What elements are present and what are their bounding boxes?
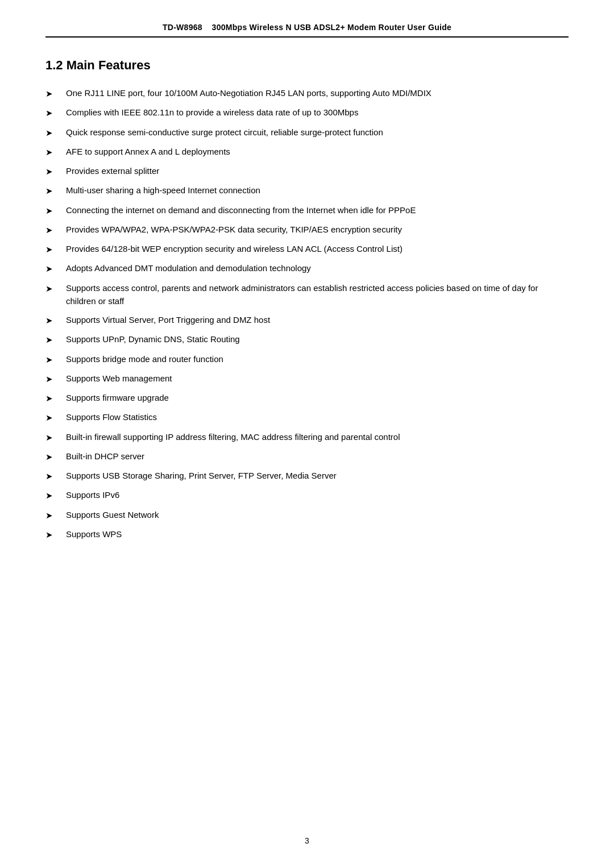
arrow-icon: ➤ xyxy=(45,243,61,256)
feature-text-18: Built-in firewall supporting IP address … xyxy=(66,430,569,443)
feature-text-10: Adopts Advanced DMT modulation and demod… xyxy=(66,261,569,275)
feature-text-20: Supports USB Storage Sharing, Print Serv… xyxy=(66,469,569,482)
header-model: TD-W8968 xyxy=(163,23,202,32)
arrow-icon: ➤ xyxy=(45,372,61,385)
arrow-icon: ➤ xyxy=(45,509,61,522)
feature-text-8: Provides WPA/WPA2, WPA-PSK/WPA2-PSK data… xyxy=(66,223,569,236)
list-item: ➤Provides external splitter xyxy=(45,164,569,178)
list-item: ➤Supports bridge mode and router functio… xyxy=(45,352,569,366)
feature-text-17: Supports Flow Statistics xyxy=(66,410,569,423)
arrow-icon: ➤ xyxy=(45,489,61,502)
list-item: ➤One RJ11 LINE port, four 10/100M Auto-N… xyxy=(45,86,569,100)
feature-text-12: Supports Virtual Server, Port Triggering… xyxy=(66,313,569,326)
feature-text-13: Supports UPnP, Dynamic DNS, Static Routi… xyxy=(66,333,569,346)
feature-text-2: Complies with IEEE 802.11n to provide a … xyxy=(66,106,569,119)
page-footer: 3 xyxy=(0,836,614,845)
feature-text-3: Quick response semi-conductive surge pro… xyxy=(66,126,569,139)
feature-text-22: Supports Guest Network xyxy=(66,508,569,521)
list-item: ➤Adopts Advanced DMT modulation and demo… xyxy=(45,261,569,275)
page-number: 3 xyxy=(305,836,309,845)
list-item: ➤Supports Guest Network xyxy=(45,508,569,522)
arrow-icon: ➤ xyxy=(45,262,61,275)
arrow-icon: ➤ xyxy=(45,450,61,463)
list-item: ➤Supports WPS xyxy=(45,528,569,541)
list-item: ➤Supports UPnP, Dynamic DNS, Static Rout… xyxy=(45,333,569,346)
list-item: ➤Built-in DHCP server xyxy=(45,450,569,463)
list-item: ➤Supports USB Storage Sharing, Print Ser… xyxy=(45,469,569,483)
feature-text-7: Connecting the internet on demand and di… xyxy=(66,203,569,217)
list-item: ➤Complies with IEEE 802.11n to provide a… xyxy=(45,106,569,119)
arrow-icon: ➤ xyxy=(45,333,61,346)
arrow-icon: ➤ xyxy=(45,223,61,236)
list-item: ➤Multi-user sharing a high-speed Interne… xyxy=(45,184,569,197)
arrow-icon: ➤ xyxy=(45,204,61,217)
list-item: ➤Supports firmware upgrade xyxy=(45,391,569,405)
arrow-icon: ➤ xyxy=(45,411,61,424)
feature-text-21: Supports IPv6 xyxy=(66,488,569,501)
header-title: 300Mbps Wireless N USB ADSL2+ Modem Rout… xyxy=(212,23,451,32)
feature-text-6: Multi-user sharing a high-speed Internet… xyxy=(66,184,569,197)
arrow-icon: ➤ xyxy=(45,431,61,444)
feature-text-11: Supports access control, parents and net… xyxy=(66,281,569,308)
list-item: ➤Quick response semi-conductive surge pr… xyxy=(45,126,569,139)
list-item: ➤Connecting the internet on demand and d… xyxy=(45,203,569,217)
list-item: ➤Built-in firewall supporting IP address… xyxy=(45,430,569,444)
feature-text-14: Supports bridge mode and router function xyxy=(66,352,569,366)
arrow-icon: ➤ xyxy=(45,314,61,327)
arrow-icon: ➤ xyxy=(45,146,61,159)
list-item: ➤Supports access control, parents and ne… xyxy=(45,281,569,308)
arrow-icon: ➤ xyxy=(45,184,61,197)
list-item: ➤Supports Web management xyxy=(45,372,569,385)
page-header: TD-W8968 300Mbps Wireless N USB ADSL2+ M… xyxy=(45,23,569,38)
feature-text-5: Provides external splitter xyxy=(66,164,569,177)
list-item: ➤Supports Virtual Server, Port Triggerin… xyxy=(45,313,569,327)
list-item: ➤Provides 64/128-bit WEP encryption secu… xyxy=(45,242,569,256)
arrow-icon: ➤ xyxy=(45,353,61,366)
arrow-icon: ➤ xyxy=(45,106,61,119)
arrow-icon: ➤ xyxy=(45,528,61,541)
feature-list: ➤One RJ11 LINE port, four 10/100M Auto-N… xyxy=(45,86,569,541)
feature-text-1: One RJ11 LINE port, four 10/100M Auto-Ne… xyxy=(66,86,569,99)
feature-text-9: Provides 64/128-bit WEP encryption secur… xyxy=(66,242,569,255)
page: TD-W8968 300Mbps Wireless N USB ADSL2+ M… xyxy=(0,0,614,868)
header-text: TD-W8968 300Mbps Wireless N USB ADSL2+ M… xyxy=(163,23,451,32)
feature-text-16: Supports firmware upgrade xyxy=(66,391,569,404)
section-heading: 1.2 Main Features xyxy=(45,58,569,73)
feature-text-23: Supports WPS xyxy=(66,528,569,541)
feature-text-4: AFE to support Annex A and L deployments xyxy=(66,145,569,158)
arrow-icon: ➤ xyxy=(45,392,61,405)
list-item: ➤Supports Flow Statistics xyxy=(45,410,569,424)
list-item: ➤Provides WPA/WPA2, WPA-PSK/WPA2-PSK dat… xyxy=(45,223,569,236)
arrow-icon: ➤ xyxy=(45,87,61,100)
arrow-icon: ➤ xyxy=(45,126,61,139)
arrow-icon: ➤ xyxy=(45,165,61,178)
feature-text-19: Built-in DHCP server xyxy=(66,450,569,463)
feature-text-15: Supports Web management xyxy=(66,372,569,385)
arrow-icon: ➤ xyxy=(45,282,61,295)
arrow-icon: ➤ xyxy=(45,470,61,483)
list-item: ➤Supports IPv6 xyxy=(45,488,569,502)
list-item: ➤AFE to support Annex A and L deployment… xyxy=(45,145,569,159)
